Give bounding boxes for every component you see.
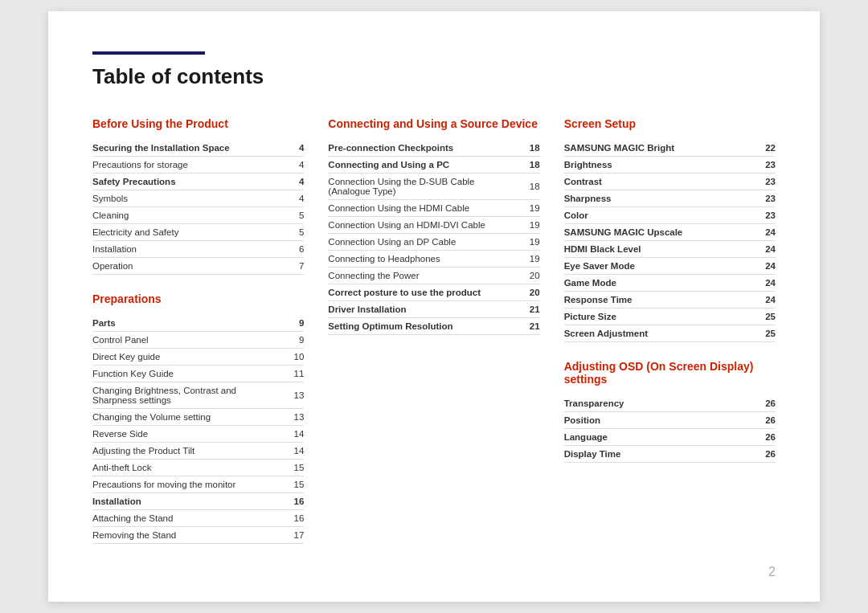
table-row: Connecting to Headphones 19 — [328, 251, 539, 268]
toc-label: Eye Saver Mode — [564, 258, 751, 275]
table-row: Electricity and Safety 5 — [92, 224, 304, 241]
toc-label: Language — [564, 429, 751, 446]
toc-label: Electricity and Safety — [92, 224, 280, 241]
toc-page: 13 — [280, 409, 304, 426]
section-osd: Adjusting OSD (On Screen Display) settin… — [564, 360, 776, 463]
toc-label: Installation — [92, 241, 280, 258]
toc-page: 24 — [751, 224, 776, 241]
toc-label: Adjusting the Product Tilt — [92, 443, 280, 460]
section-title-before-using: Before Using the Product — [92, 117, 304, 130]
toc-page: 9 — [280, 315, 304, 332]
table-row: Installation 16 — [92, 493, 304, 510]
toc-label: Display Time — [564, 446, 751, 463]
toc-label: Safety Precautions — [92, 174, 280, 190]
toc-label: Precautions for storage — [92, 157, 280, 174]
toc-page: 26 — [751, 446, 776, 463]
table-row: Picture Size 25 — [564, 309, 776, 325]
toc-page: 25 — [751, 309, 776, 325]
toc-page: 26 — [751, 395, 776, 412]
table-row: Precautions for moving the monitor 15 — [92, 476, 304, 493]
toc-page: 16 — [280, 493, 304, 510]
toc-page: 21 — [516, 301, 540, 318]
toc-label: Removing the Stand — [92, 527, 280, 544]
table-row: Securing the Installation Space 4 — [92, 140, 304, 157]
table-row: Changing the Volume setting 13 — [92, 409, 304, 426]
page-title: Table of contents — [92, 64, 776, 89]
toc-label: Contrast — [564, 174, 751, 190]
toc-label: Cleaning — [92, 207, 280, 224]
table-row: Installation 6 — [92, 241, 304, 258]
toc-label: Setting Optimum Resolution — [328, 318, 515, 335]
table-row: Game Mode 24 — [564, 275, 776, 292]
toc-page: 22 — [751, 140, 776, 157]
table-row: Display Time 26 — [564, 446, 776, 463]
table-row: Cleaning 5 — [92, 207, 304, 224]
table-row: Color 23 — [564, 207, 776, 224]
section-title-connecting: Connecting and Using a Source Device — [328, 117, 539, 130]
toc-page: 5 — [280, 224, 304, 241]
table-row: Eye Saver Mode 24 — [564, 258, 776, 275]
toc-osd: Transparency 26 Position 26 Language 26 … — [564, 395, 776, 463]
table-row: Changing Brightness, Contrast and Sharpn… — [92, 382, 304, 409]
toc-page: 4 — [280, 140, 304, 157]
toc-preparations: Parts 9 Control Panel 9 Direct Key guide… — [92, 315, 304, 544]
toc-label: Brightness — [564, 157, 751, 174]
table-row: Connection Using an DP Cable 19 — [328, 234, 539, 251]
table-row: HDMI Black Level 24 — [564, 241, 776, 258]
toc-label: Connection Using an HDMI-DVI Cable — [328, 217, 515, 234]
toc-label: Connecting and Using a PC — [328, 157, 515, 174]
table-row: Connecting the Power 20 — [328, 268, 539, 284]
table-row: Transparency 26 — [564, 395, 776, 412]
toc-page: 4 — [280, 157, 304, 174]
table-row: Brightness 23 — [564, 157, 776, 174]
table-row: Reverse Side 14 — [92, 426, 304, 443]
toc-label: Connection Using the HDMI Cable — [328, 200, 515, 217]
toc-page: 9 — [280, 332, 304, 349]
table-row: Precautions for storage 4 — [92, 157, 304, 174]
toc-page: 24 — [751, 241, 776, 258]
toc-label: Symbols — [92, 190, 280, 207]
toc-page: 19 — [516, 200, 540, 217]
table-row: Connection Using the D-SUB Cable (Analog… — [328, 174, 539, 200]
toc-label: SAMSUNG MAGIC Bright — [564, 140, 751, 157]
table-row: SAMSUNG MAGIC Bright 22 — [564, 140, 776, 157]
toc-page: 13 — [280, 382, 304, 409]
toc-label: Anti-theft Lock — [92, 460, 280, 476]
toc-screen-setup: SAMSUNG MAGIC Bright 22 Brightness 23 Co… — [564, 140, 776, 342]
toc-page: 6 — [280, 241, 304, 258]
table-row: Language 26 — [564, 429, 776, 446]
toc-label: Reverse Side — [92, 426, 280, 443]
toc-label: Parts — [92, 315, 280, 332]
toc-label: SAMSUNG MAGIC Upscale — [564, 224, 751, 241]
toc-label: Game Mode — [564, 275, 751, 292]
toc-label: Direct Key guide — [92, 349, 280, 366]
toc-before-using: Securing the Installation Space 4 Precau… — [92, 140, 304, 275]
column-2: Connecting and Using a Source Device Pre… — [328, 117, 563, 562]
toc-page: 18 — [516, 157, 540, 174]
table-row: Response Time 24 — [564, 292, 776, 309]
toc-page: 14 — [280, 443, 304, 460]
toc-page: 24 — [751, 258, 776, 275]
toc-page: 20 — [516, 268, 540, 284]
title-bar — [92, 51, 205, 55]
toc-label: Securing the Installation Space — [92, 140, 280, 157]
toc-label: Color — [564, 207, 751, 224]
page-number: 2 — [768, 565, 776, 579]
section-preparations: Preparations Parts 9 Control Panel 9 Dir… — [92, 292, 304, 544]
table-row: Position 26 — [564, 412, 776, 429]
toc-page: 23 — [751, 157, 776, 174]
toc-page: 23 — [751, 190, 776, 207]
toc-label: Transparency — [564, 395, 751, 412]
toc-label: Connecting the Power — [328, 268, 515, 284]
toc-label: Control Panel — [92, 332, 280, 349]
table-row: Removing the Stand 17 — [92, 527, 304, 544]
table-row: Function Key Guide 11 — [92, 366, 304, 382]
table-row: Parts 9 — [92, 315, 304, 332]
table-row: Setting Optimum Resolution 21 — [328, 318, 539, 335]
table-row: Connection Using an HDMI-DVI Cable 19 — [328, 217, 539, 234]
toc-page: 20 — [516, 284, 540, 301]
column-3: Screen Setup SAMSUNG MAGIC Bright 22 Bri… — [564, 117, 776, 562]
toc-label: Screen Adjustment — [564, 325, 751, 342]
toc-label: Changing Brightness, Contrast and Sharpn… — [92, 382, 280, 409]
table-row: Screen Adjustment 25 — [564, 325, 776, 342]
